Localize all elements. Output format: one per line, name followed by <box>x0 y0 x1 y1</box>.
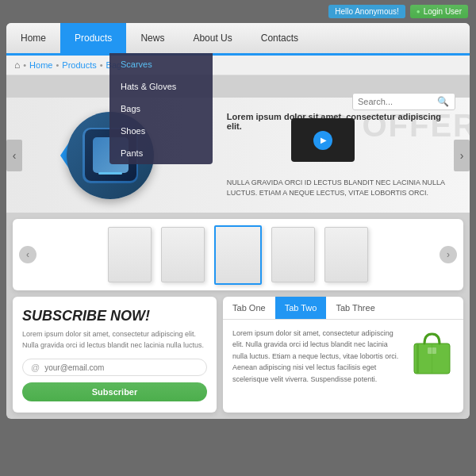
bag-svg <box>410 328 454 379</box>
tabs-box: Tab One Tab Two Tab Three Lorem ipsum do… <box>223 297 463 413</box>
nav-news[interactable]: News <box>126 23 178 53</box>
search-input[interactable] <box>358 97 437 106</box>
breadcrumb-home[interactable]: Home <box>29 60 52 70</box>
bag-icon <box>410 328 454 379</box>
email-input[interactable] <box>44 363 198 372</box>
dropdown-hats[interactable]: Hats & Gloves <box>109 75 213 98</box>
product-item-3[interactable] <box>214 225 262 285</box>
subscribe-heading: SUBSCRIBE NOW! <box>22 308 207 324</box>
product-item-2[interactable] <box>161 227 205 282</box>
bottom-row: SUBSCRIBE NOW! Lorem ipsum dolor sit ame… <box>13 297 463 413</box>
email-icon: @ <box>31 363 40 372</box>
tab-one[interactable]: Tab One <box>223 297 275 319</box>
breadcrumb-products[interactable]: Products <box>62 60 96 70</box>
top-bar: Hello Anonymous! Login User <box>0 0 476 23</box>
play-button[interactable]: ▶ <box>313 131 332 150</box>
slider-next-arrow[interactable]: › <box>440 246 457 263</box>
email-input-wrap[interactable]: @ <box>22 359 207 376</box>
tabs-header: Tab One Tab Two Tab Three <box>223 297 463 320</box>
product-item-5[interactable] <box>324 227 368 282</box>
products-dropdown: Scarves Hats & Gloves Bags Shoes Pants <box>109 53 213 164</box>
tab-two[interactable]: Tab Two <box>275 297 327 319</box>
product-item-4[interactable] <box>271 227 315 282</box>
svg-rect-1 <box>416 344 419 374</box>
nav-home[interactable]: Home <box>6 23 60 53</box>
hero-prev-arrow[interactable]: ‹ <box>6 140 22 171</box>
dropdown-bags[interactable]: Bags <box>109 98 213 120</box>
dropdown-shoes[interactable]: Shoes <box>109 120 213 142</box>
login-button[interactable]: Login User <box>410 5 468 18</box>
subscribe-description: Lorem ipsum dolor sit amet, consectetur … <box>22 329 207 351</box>
product-item-1[interactable] <box>108 227 152 282</box>
dropdown-scarves[interactable]: Scarves <box>109 53 213 75</box>
subscribe-button[interactable]: Subscriber <box>22 382 207 401</box>
main-wrapper: Home Products News About Us Contacts Sca… <box>6 23 470 419</box>
product-slider: ‹ › <box>13 219 463 290</box>
hero-description: NULLA GRAVIDA ORCI ID LECTUS BLANDIT NEC… <box>227 178 458 198</box>
nav-about[interactable]: About Us <box>178 23 246 53</box>
tab-body-text: Lorem ipsum dolor sit amet, consectetur … <box>232 328 404 385</box>
search-area[interactable]: 🔍 <box>352 93 455 110</box>
search-icon[interactable]: 🔍 <box>437 96 449 107</box>
subscribe-box: SUBSCRIBE NOW! Lorem ipsum dolor sit ame… <box>13 297 217 413</box>
navbar: Home Products News About Us Contacts Sca… <box>6 23 470 56</box>
hero-next-arrow[interactable]: › <box>454 140 470 171</box>
hero-section: BIG OFFER ▶ Lorem ipsum dolor sit amet, … <box>6 98 470 213</box>
hero-right: BIG OFFER ▶ Lorem ipsum dolor sit amet, … <box>215 104 470 205</box>
hello-badge: Hello Anonymous! <box>328 5 405 18</box>
tab-content: Lorem ipsum dolor sit amet, consectetur … <box>223 320 463 393</box>
home-icon: ⌂ <box>14 60 20 71</box>
dropdown-pants[interactable]: Pants <box>109 142 213 164</box>
video-thumbnail[interactable]: ▶ <box>291 118 355 162</box>
breadcrumb: ⌂ • Home • Products • Bags <box>6 56 470 75</box>
tab-three[interactable]: Tab Three <box>326 297 384 319</box>
nav-contacts[interactable]: Contacts <box>247 23 313 53</box>
nav-products[interactable]: Products <box>60 23 126 53</box>
slider-prev-arrow[interactable]: ‹ <box>19 246 36 263</box>
